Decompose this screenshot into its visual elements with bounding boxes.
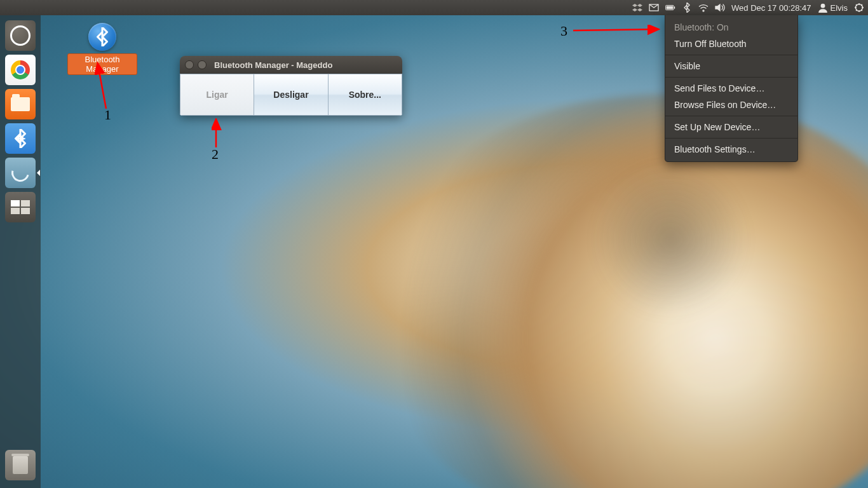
close-icon[interactable] <box>185 60 194 69</box>
menu-separator <box>665 138 797 139</box>
ligar-button[interactable]: Ligar <box>180 74 254 116</box>
menu-item-setup[interactable]: Set Up New Device… <box>665 119 797 135</box>
top-menubar: Wed Dec 17 00:28:47 Elvis <box>0 0 868 15</box>
svg-line-8 <box>573 29 657 30</box>
bluetooth-indicator-icon[interactable] <box>682 3 692 13</box>
unity-launcher: ⌖ <box>0 15 41 488</box>
annotation-arrow-2 <box>210 118 222 149</box>
sobre-button[interactable]: Sobre... <box>329 74 402 116</box>
menu-separator <box>665 55 797 55</box>
username-label: Elvis <box>831 3 848 13</box>
menu-separator <box>665 116 797 116</box>
svg-rect-3 <box>667 6 673 10</box>
files-launcher-icon[interactable] <box>5 89 36 119</box>
chrome-launcher-icon[interactable] <box>5 55 36 85</box>
dropbox-indicator-icon[interactable] <box>632 3 642 13</box>
window-title: Bluetooth Manager - Mageddo <box>214 60 332 70</box>
session-indicator-icon[interactable] <box>854 3 864 13</box>
dash-home-icon[interactable] <box>5 20 36 51</box>
menu-item-browse-files[interactable]: Browse Files on Device… <box>665 97 797 113</box>
wallpaper-shadow <box>588 158 754 323</box>
menu-item-visible[interactable]: Visible <box>665 58 797 74</box>
sound-indicator-icon[interactable] <box>715 3 725 13</box>
app-launcher-icon[interactable] <box>5 158 36 188</box>
svg-point-4 <box>820 4 825 8</box>
network-indicator-icon[interactable] <box>698 3 709 13</box>
window-titlebar[interactable]: Bluetooth Manager - Mageddo <box>180 56 402 74</box>
annotation-arrow-3 <box>572 24 661 37</box>
bluetooth-launcher-icon[interactable]: ⌖ <box>5 123 36 154</box>
battery-indicator-icon[interactable] <box>665 3 675 13</box>
window-body: Ligar Desligar Sobre... <box>180 74 402 116</box>
menu-item-settings[interactable]: Bluetooth Settings… <box>665 141 797 158</box>
annotation-number-1: 1 <box>104 107 111 123</box>
menu-header-status: Bluetooth: On <box>665 19 797 36</box>
user-icon <box>818 3 828 13</box>
user-indicator[interactable]: Elvis <box>818 3 848 13</box>
minimize-icon[interactable] <box>198 60 207 69</box>
running-pip-icon <box>37 170 40 176</box>
annotation-number-3: 3 <box>560 23 567 39</box>
menu-item-send-files[interactable]: Send Files to Device… <box>665 80 797 97</box>
workspace-switcher-icon[interactable] <box>5 192 36 222</box>
bluetooth-manager-window: Bluetooth Manager - Mageddo Ligar Deslig… <box>180 56 402 116</box>
menu-separator <box>665 77 797 78</box>
svg-line-6 <box>98 65 106 109</box>
annotation-number-2: 2 <box>212 146 219 163</box>
desligar-button[interactable]: Desligar <box>254 74 328 116</box>
svg-rect-2 <box>674 6 675 8</box>
bluetooth-indicator-menu: Bluetooth: On Turn Off Bluetooth Visible… <box>665 15 798 162</box>
messages-indicator-icon[interactable] <box>649 3 659 13</box>
clock-indicator[interactable]: Wed Dec 17 00:28:47 <box>731 3 811 13</box>
bluetooth-app-icon <box>88 23 116 51</box>
trash-launcher-icon[interactable] <box>5 450 36 480</box>
menu-item-turn-off[interactable]: Turn Off Bluetooth <box>665 36 797 52</box>
annotation-arrow-1 <box>71 61 109 112</box>
